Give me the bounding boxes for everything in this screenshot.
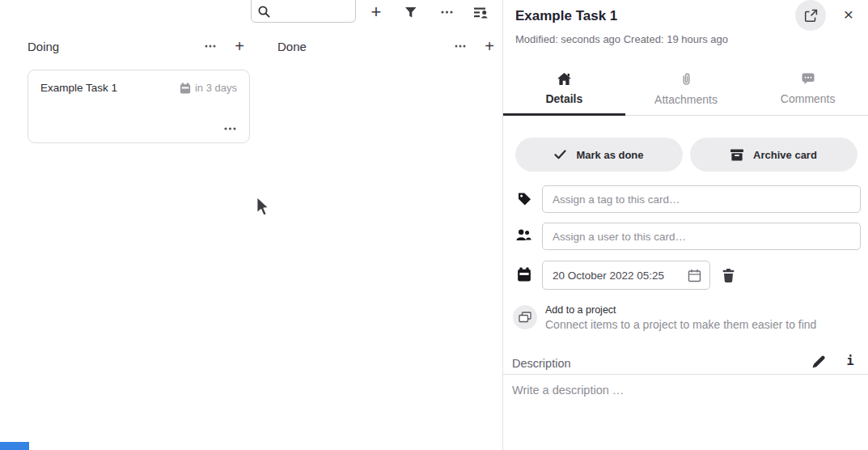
filter-button[interactable]: [400, 2, 421, 23]
calendar-icon: [180, 83, 191, 94]
app-window: + Doing: [0, 0, 868, 450]
filter-by-assignee-button[interactable]: [471, 2, 492, 23]
card-detail-panel: Example Task 1 Modified: seconds ago Cre…: [502, 0, 868, 450]
close-panel-button[interactable]: ×: [838, 3, 859, 24]
panel-meta: Modified: seconds ago Created: 19 hours …: [515, 33, 728, 45]
column-menu-button[interactable]: [450, 36, 471, 57]
calendar-icon: [517, 267, 531, 282]
mark-as-done-label: Mark as done: [576, 149, 643, 161]
open-calendar-button[interactable]: [688, 269, 701, 282]
add-to-project-button[interactable]: [513, 305, 537, 329]
archive-card-button[interactable]: Archive card: [690, 138, 857, 172]
mark-as-done-button[interactable]: Mark as done: [515, 138, 683, 172]
close-icon: ×: [844, 6, 853, 23]
edit-description-button[interactable]: [809, 353, 828, 371]
description-placeholder[interactable]: Write a description …: [512, 384, 624, 397]
tab-attachments[interactable]: Attachments: [625, 68, 747, 115]
column-header-doing: Doing +: [28, 35, 250, 57]
tab-label: Details: [545, 92, 582, 105]
kanban-card[interactable]: Example Task 1 in 3 days: [28, 70, 250, 143]
card-menu-button[interactable]: [220, 121, 239, 136]
archive-card-label: Archive card: [753, 149, 817, 161]
pencil-icon: [812, 355, 825, 368]
description-info-button[interactable]: i: [841, 351, 859, 371]
home-icon: [557, 73, 571, 85]
kanban-board: + Doing: [0, 0, 502, 450]
card-due-badge: in 3 days: [180, 82, 237, 94]
check-icon: [554, 150, 566, 159]
info-icon: i: [846, 354, 853, 368]
plus-icon: +: [235, 38, 244, 54]
add-card-button[interactable]: +: [366, 2, 387, 23]
tab-label: Comments: [781, 92, 836, 105]
add-to-project-subtitle: Connect items to a project to make them …: [545, 318, 816, 331]
tab-comments[interactable]: Comments: [747, 68, 868, 115]
comment-icon: [802, 73, 815, 85]
tab-details[interactable]: Details: [503, 68, 625, 115]
selection-rect: [0, 442, 29, 450]
plus-icon: +: [485, 38, 494, 54]
assignee-list-icon: [474, 6, 489, 19]
card-due-label: in 3 days: [195, 82, 237, 94]
column-add-card-button[interactable]: +: [229, 36, 250, 57]
search-input-wrap[interactable]: [251, 0, 356, 23]
tag-icon: [518, 192, 531, 206]
more-icon: [224, 127, 236, 130]
search-icon: [258, 6, 270, 18]
board-menu-button[interactable]: [436, 2, 457, 23]
column-menu-button[interactable]: [200, 36, 221, 57]
due-date-field[interactable]: 20 October 2022 05:25: [542, 261, 710, 290]
panel-tabs: Details Attachments Comments: [503, 68, 868, 116]
add-to-project-title[interactable]: Add to a project: [545, 304, 616, 316]
paperclip-icon: [681, 73, 692, 86]
projects-icon: [519, 312, 531, 323]
column-add-card-button[interactable]: +: [479, 36, 500, 57]
archive-icon: [730, 149, 743, 161]
calendar-outline-icon: [688, 269, 701, 282]
column-title: Done: [277, 40, 450, 53]
open-in-window-button[interactable]: [795, 0, 826, 31]
more-icon: [455, 45, 466, 48]
plus-icon: +: [371, 3, 382, 21]
assign-tag-input[interactable]: [542, 185, 861, 213]
search-input[interactable]: [275, 6, 349, 18]
column-header-done: Done +: [277, 35, 500, 57]
more-icon: [441, 11, 453, 14]
panel-title: Example Task 1: [515, 8, 617, 24]
users-icon: [516, 229, 531, 241]
column-title: Doing: [28, 40, 200, 53]
filter-icon: [405, 7, 417, 18]
remove-due-date-button[interactable]: [718, 266, 738, 284]
active-tab-underline: [503, 113, 625, 116]
trash-icon: [722, 269, 735, 282]
description-divider: [503, 374, 868, 375]
due-date-value: 20 October 2022 05:25: [553, 270, 688, 282]
tab-label: Attachments: [654, 93, 718, 106]
more-icon: [205, 45, 216, 48]
external-link-icon: [804, 9, 818, 23]
description-label: Description: [512, 357, 571, 370]
card-title: Example Task 1: [40, 82, 180, 94]
assign-user-input[interactable]: [542, 223, 861, 250]
